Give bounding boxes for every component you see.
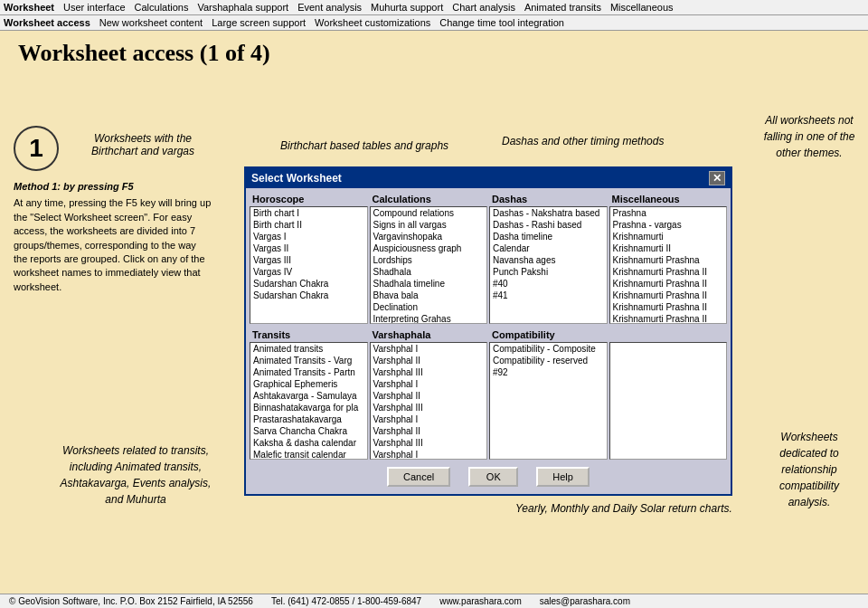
miscellaneous-listbox[interactable]: Prashna Prashna - vargas Krishnamurti Kr… — [609, 206, 728, 324]
compatibility-listbox[interactable]: Compatibility - Composite Compatibility … — [489, 342, 608, 460]
list-item[interactable]: Navansha ages — [490, 254, 607, 266]
method-title: Method 1: by pressing F5 — [14, 180, 212, 194]
list-item[interactable]: Animated Transits - Varg — [250, 355, 367, 366]
list-item[interactable]: Krishnamurti II — [610, 242, 727, 254]
dashas-listbox[interactable]: Dashas - Nakshatra based Dashas - Rashi … — [489, 206, 608, 324]
list-item[interactable]: Varshphal I — [371, 343, 487, 355]
horoscope-header: Horoscope — [250, 192, 368, 206]
list-item[interactable]: Varshphal III — [371, 366, 487, 378]
list-item[interactable]: Sarva Chancha Chakra — [250, 425, 367, 437]
calculations-listbox[interactable]: Compound relations Signs in all vargas V… — [370, 206, 488, 324]
list-item[interactable]: Varshphal II — [371, 390, 487, 402]
dashas-header: Dashas — [489, 192, 608, 206]
method-text: At any time, pressing the F5 key will br… — [14, 196, 212, 294]
list-item[interactable]: Krishnamurti Prashna II — [610, 313, 727, 324]
list-item[interactable]: Prashna — [610, 207, 727, 219]
list-item[interactable]: #92 — [490, 366, 607, 378]
list-item[interactable]: Shadhala timeline — [371, 278, 487, 290]
list-item[interactable]: Krishnamurti Prashna — [610, 254, 727, 266]
method-annotation: Method 1: by pressing F5 At any time, pr… — [14, 180, 212, 294]
list-item[interactable]: Binnashatakavarga for pla — [250, 402, 367, 413]
list-item[interactable]: Vargas I — [250, 231, 367, 242]
list-item[interactable]: Krishnamurti — [610, 231, 727, 242]
list-item[interactable]: Compound relations — [371, 207, 487, 219]
miscellaneous-section: Miscellaneous Prashna Prashna - vargas K… — [609, 192, 728, 324]
list-item[interactable]: Varshphal II — [371, 425, 487, 437]
calculations-header: Calculations — [370, 192, 488, 206]
submenu-item-access[interactable]: Worksheet access — [4, 17, 90, 28]
list-item[interactable]: Animated transits — [250, 343, 367, 355]
select-worksheet-dialog: Select Worksheet ✕ Horoscope Birth chart… — [244, 166, 732, 496]
list-item[interactable]: #41 — [490, 290, 607, 301]
menu-item-calculations[interactable]: Calculations — [135, 2, 189, 13]
list-item[interactable]: Kaksha & dasha calendar — [250, 437, 367, 449]
menu-item-chart[interactable]: Chart analysis — [452, 2, 515, 13]
list-item[interactable]: Compatibility - Composite — [490, 343, 607, 355]
menu-item-event[interactable]: Event analysis — [297, 2, 362, 13]
list-item[interactable]: Varshphal I — [371, 413, 487, 425]
list-item[interactable]: Sudarshan Chakra — [250, 278, 367, 290]
list-item[interactable]: Krishnamurti Prashna II — [610, 301, 727, 313]
submenu-item-content[interactable]: New worksheet content — [99, 17, 203, 28]
page-title: Worksheet access (1 of 4) — [18, 40, 850, 67]
list-item[interactable]: Malefic transit calendar — [250, 449, 367, 460]
horoscope-listbox[interactable]: Birth chart I Birth chart II Vargas I Va… — [250, 206, 368, 324]
list-item[interactable]: Birth chart II — [250, 219, 367, 231]
list-item[interactable]: Dashas - Rashi based — [490, 219, 607, 231]
calculations-section: Calculations Compound relations Signs in… — [370, 192, 488, 324]
second-menu-bar: Worksheet access New worksheet content L… — [0, 15, 868, 31]
submenu-item-screen[interactable]: Large screen support — [212, 17, 306, 28]
list-item[interactable]: Animated Transits - Partn — [250, 366, 367, 378]
list-item[interactable]: Declination — [371, 301, 487, 313]
list-item[interactable]: Calendar — [490, 242, 607, 254]
list-item[interactable]: Sudarshan Chakra — [250, 290, 367, 301]
list-item[interactable]: Graphical Ephemeris — [250, 378, 367, 390]
list-item[interactable]: Krishnamurti Prashna II — [610, 266, 727, 278]
list-item[interactable]: #40 — [490, 278, 607, 290]
submenu-item-customizations[interactable]: Worksheet customizations — [315, 17, 430, 28]
all-worksheets-annotation: All worksheets not falling in one of the… — [760, 112, 859, 161]
list-item[interactable]: Krishnamurti Prashna II — [610, 290, 727, 301]
menu-item-muhurta[interactable]: Muhurta support — [371, 2, 443, 13]
menu-item-misc[interactable]: Miscellaneous — [610, 2, 674, 13]
list-item[interactable]: Krishnamurti Prashna II — [610, 278, 727, 290]
website-text: www.parashara.com — [439, 596, 522, 606]
list-item[interactable]: Ashtakavarga - Samulaya — [250, 390, 367, 402]
list-item[interactable]: Vargavinshopaka — [371, 231, 487, 242]
list-item[interactable]: Varshphal III — [371, 437, 487, 449]
list-item[interactable]: Varshphal I — [371, 378, 487, 390]
varshaphala-listbox[interactable]: Varshphal I Varshphal II Varshphal III V… — [370, 342, 488, 460]
birthchart-based-label: Birthchart based tables and graphs — [280, 139, 448, 152]
list-item[interactable]: Prashna - vargas — [610, 219, 727, 231]
list-item[interactable]: Lordships — [371, 254, 487, 266]
menu-item-varshaphala[interactable]: Varshaphala support — [197, 2, 288, 13]
list-item[interactable]: Prastarashatakavarga — [250, 413, 367, 425]
list-item[interactable]: Dasha timeline — [490, 231, 607, 242]
list-item[interactable]: Varshphal II — [371, 355, 487, 366]
list-item[interactable]: Compatibility - reserved — [490, 355, 607, 366]
ok-button[interactable]: OK — [468, 467, 518, 487]
list-item[interactable]: Vargas III — [250, 254, 367, 266]
transits-listbox[interactable]: Animated transits Animated Transits - Va… — [250, 342, 368, 460]
list-item[interactable]: Auspiciousness graph — [371, 242, 487, 254]
list-item[interactable]: Bhava bala — [371, 290, 487, 301]
list-item[interactable]: Interpreting Grahas — [371, 313, 487, 324]
list-item[interactable]: Varshphal I — [371, 449, 487, 460]
list-item[interactable]: Punch Pakshi — [490, 266, 607, 278]
list-item[interactable]: Varshphal III — [371, 402, 487, 413]
list-item[interactable]: Shadhala — [371, 266, 487, 278]
modal-close-button[interactable]: ✕ — [709, 171, 725, 185]
list-item[interactable]: Vargas II — [250, 242, 367, 254]
list-item[interactable]: Birth chart I — [250, 207, 367, 219]
list-item[interactable]: Dashas - Nakshatra based — [490, 207, 607, 219]
step-number-circle: 1 — [14, 126, 59, 171]
menu-item-transits[interactable]: Animated transits — [524, 2, 601, 13]
menu-item-ui[interactable]: User interface — [63, 2, 125, 13]
submenu-item-time[interactable]: Change time tool integration — [439, 17, 564, 28]
help-button[interactable]: Help — [536, 467, 590, 487]
list-item[interactable]: Vargas IV — [250, 266, 367, 278]
cancel-button[interactable]: Cancel — [387, 467, 450, 487]
menu-item-worksheet[interactable]: Worksheet — [4, 2, 54, 13]
list-item[interactable]: Signs in all vargas — [371, 219, 487, 231]
upper-sections-grid: Horoscope Birth chart I Birth chart II V… — [250, 192, 727, 324]
